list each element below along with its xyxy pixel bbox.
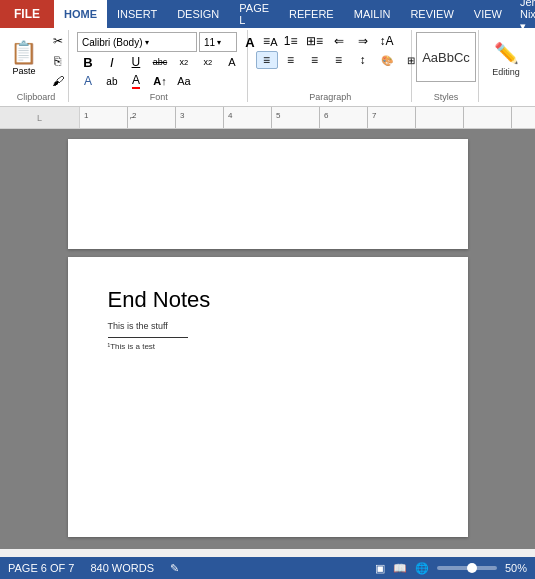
increase-indent-button[interactable]: ⇒ <box>352 32 374 50</box>
font-label: Font <box>150 90 168 102</box>
ruler-corner: L <box>37 113 42 123</box>
clipboard-group: 📋 Paste ✂ ⎘ 🖌 Clipboard <box>4 30 69 102</box>
tab-stop-marker: ⌐ <box>130 113 135 122</box>
page-1-bottom <box>68 139 468 249</box>
view-reading-icon[interactable]: 📖 <box>393 562 407 575</box>
file-tab[interactable]: FILE <box>0 0 54 28</box>
justify-button[interactable]: ≡ <box>328 51 350 69</box>
change-case-button[interactable]: Aa <box>173 72 195 90</box>
font-content: Calibri (Body) ▾ 11 ▾ A A B I U abc x2 x… <box>77 32 241 90</box>
cut-button[interactable]: ✂ <box>47 32 69 50</box>
font-color-row: A ab A A↑ Aa <box>77 72 195 90</box>
paste-icon: 📋 <box>10 42 37 64</box>
tab-insert[interactable]: INSERT <box>107 0 167 28</box>
format-painter-button[interactable]: 🖌 <box>47 72 69 90</box>
end-notes-footnote: ¹This is a test <box>108 342 428 351</box>
ribbon-tabs: FILE HOME INSERT DESIGN PAGE L REFERE MA… <box>0 0 535 28</box>
font-size-value: 11 <box>204 37 215 48</box>
styles-content: AaBbCc <box>416 32 476 90</box>
clipboard-small-btns: ✂ ⎘ 🖌 <box>47 32 69 90</box>
subscript-button[interactable]: x2 <box>173 53 195 71</box>
italic-button[interactable]: I <box>101 53 123 71</box>
copy-button[interactable]: ⎘ <box>47 52 69 70</box>
page-status: PAGE 6 OF 7 <box>8 562 74 574</box>
font-name-dropdown[interactable]: Calibri (Body) ▾ <box>77 32 197 52</box>
tab-view[interactable]: VIEW <box>464 0 512 28</box>
ribbon-content: 📋 Paste ✂ ⎘ 🖌 Clipboard Calibri (Body) ▾… <box>0 28 535 107</box>
tab-home[interactable]: HOME <box>54 0 107 28</box>
track-icon: ✎ <box>170 562 179 575</box>
styles-preview: AaBbCc <box>422 50 470 65</box>
strikethrough-button[interactable]: abc <box>149 53 171 71</box>
ruler-6: 6 <box>324 111 372 120</box>
bullets-button[interactable]: ≡ <box>256 32 278 50</box>
editing-label: Editing <box>492 67 520 77</box>
tab-mailings[interactable]: MAILIN <box>344 0 401 28</box>
view-web-icon[interactable]: 🌐 <box>415 562 429 575</box>
list-row: ≡ 1≡ ⊞≡ ⇐ ⇒ ↕A <box>256 32 398 50</box>
font-name-arrow: ▾ <box>145 38 149 47</box>
editing-content: ✏️ Editing <box>482 32 530 90</box>
page-status-text: PAGE 6 OF 7 <box>8 562 74 574</box>
font-color-label: A <box>132 73 140 89</box>
status-bar: PAGE 6 OF 7 840 WORDS ✎ ▣ 📖 🌐 50% <box>0 557 535 579</box>
align-center-button[interactable]: ≡ <box>280 51 302 69</box>
styles-label: Styles <box>434 90 459 102</box>
numbering-button[interactable]: 1≡ <box>280 32 302 50</box>
decrease-indent-button[interactable]: ⇐ <box>328 32 350 50</box>
tab-design[interactable]: DESIGN <box>167 0 229 28</box>
multilevel-list-button[interactable]: ⊞≡ <box>304 32 326 50</box>
shading-button[interactable]: 🎨 <box>376 51 398 69</box>
font-color-button[interactable]: A <box>125 72 147 90</box>
word-count-status: 840 WORDS <box>90 562 154 574</box>
paragraph-group: ≡ 1≡ ⊞≡ ⇐ ⇒ ↕A ≡ ≡ ≡ ≡ ↕ 🎨 ⊞ ¶ Paragraph <box>250 30 412 102</box>
clipboard-label: Clipboard <box>17 90 56 102</box>
tab-references[interactable]: REFERE <box>279 0 344 28</box>
paragraph-content: ≡ 1≡ ⊞≡ ⇐ ⇒ ↕A ≡ ≡ ≡ ≡ ↕ 🎨 ⊞ ¶ <box>256 32 405 90</box>
document-area: End Notes This is the stuff ¹This is a t… <box>0 129 535 549</box>
zoom-thumb <box>467 563 477 573</box>
paragraph-label: Paragraph <box>309 90 351 102</box>
ruler-main: 1 2 3 4 5 6 7 ⌐ <box>80 107 535 128</box>
ruler-2: 2 <box>132 111 180 120</box>
text-effects-button[interactable]: A <box>77 72 99 90</box>
zoom-value: 50 <box>505 562 517 574</box>
ruler: L 1 2 3 4 5 6 7 ⌐ <box>0 107 535 129</box>
ruler-5: 5 <box>276 111 324 120</box>
endnotes-divider <box>108 337 188 338</box>
status-right: ▣ 📖 🌐 50% <box>375 562 527 575</box>
sort-button[interactable]: ↕A <box>376 32 398 50</box>
user-menu[interactable]: Jerry Nixon ▾ <box>512 0 535 28</box>
paste-label: Paste <box>12 66 35 76</box>
zoom-level: 50% <box>505 562 527 574</box>
editing-button[interactable]: ✏️ Editing <box>482 32 530 86</box>
font-size-dropdown[interactable]: 11 ▾ <box>199 32 237 52</box>
clear-format-button[interactable]: A <box>221 53 243 71</box>
underline-button[interactable]: U <box>125 53 147 71</box>
superscript-button[interactable]: x2 <box>197 53 219 71</box>
ruler-7: 7 <box>372 111 420 120</box>
page-endnotes[interactable]: End Notes This is the stuff ¹This is a t… <box>68 257 468 537</box>
word-count-text: 840 WORDS <box>90 562 154 574</box>
end-notes-body: This is the stuff <box>108 321 428 331</box>
paste-button[interactable]: 📋 Paste <box>3 32 45 86</box>
font-size-arrow: ▾ <box>217 38 221 47</box>
ruler-1: 1 <box>84 111 132 120</box>
end-notes-title: End Notes <box>108 287 428 313</box>
bold-button[interactable]: B <box>77 53 99 71</box>
font-format-row: B I U abc x2 x2 A <box>77 53 243 71</box>
tab-page-layout[interactable]: PAGE L <box>229 0 279 28</box>
ruler-3: 3 <box>180 111 228 120</box>
font-size-increase2[interactable]: A↑ <box>149 72 171 90</box>
highlight-color-button[interactable]: ab <box>101 72 123 90</box>
styles-gallery[interactable]: AaBbCc <box>416 32 476 82</box>
align-right-button[interactable]: ≡ <box>304 51 326 69</box>
align-left-button[interactable]: ≡ <box>256 51 278 69</box>
zoom-slider[interactable] <box>437 566 497 570</box>
tab-review[interactable]: REVIEW <box>400 0 463 28</box>
line-spacing-button[interactable]: ↕ <box>352 51 374 69</box>
font-group: Calibri (Body) ▾ 11 ▾ A A B I U abc x2 x… <box>71 30 248 102</box>
editing-icon: ✏️ <box>494 41 519 65</box>
view-normal-icon[interactable]: ▣ <box>375 562 385 575</box>
ruler-left: L <box>0 107 80 128</box>
